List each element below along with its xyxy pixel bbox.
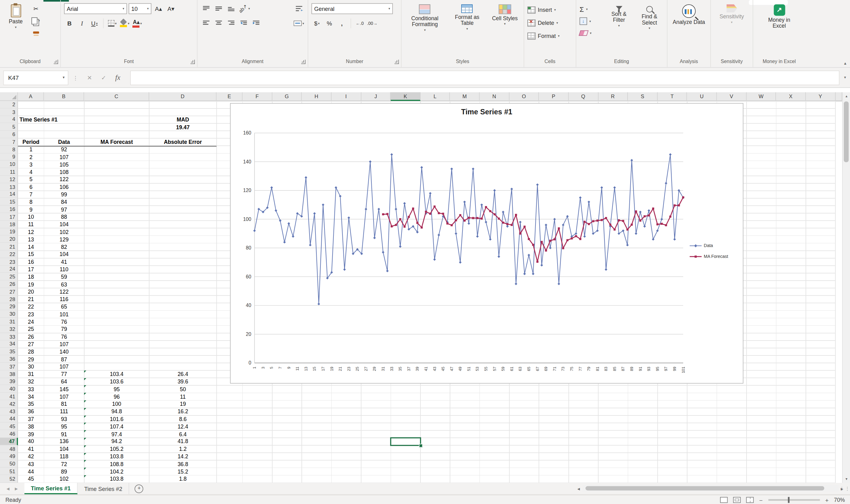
- row-header-41[interactable]: 41: [0, 393, 18, 400]
- cell[interactable]: 39.6: [149, 378, 217, 385]
- sheet-tab-2[interactable]: Time Series #2: [78, 483, 129, 494]
- cell[interactable]: 12: [18, 228, 44, 236]
- wrap-text-button[interactable]: ↩: [294, 3, 305, 14]
- cell[interactable]: 20: [18, 288, 44, 295]
- cell[interactable]: 30: [18, 363, 44, 371]
- row-header-11[interactable]: 11: [0, 168, 18, 176]
- formula-bar-grip[interactable]: ⋮: [73, 75, 78, 80]
- cancel-button[interactable]: ✕: [83, 74, 96, 81]
- row-header-25[interactable]: 25: [0, 273, 18, 281]
- decrease-decimal-button[interactable]: .00→: [367, 18, 378, 29]
- column-header-E[interactable]: E: [217, 92, 243, 101]
- underline-button[interactable]: U▾: [89, 18, 100, 29]
- increase-decimal-button[interactable]: ←.0: [354, 18, 365, 29]
- cell[interactable]: 110: [44, 266, 84, 273]
- align-top-button[interactable]: [201, 3, 212, 14]
- row-header-15[interactable]: 15: [0, 198, 18, 206]
- conditional-formatting-button[interactable]: Conditional Formatting ▾: [408, 3, 442, 58]
- scroll-right-button[interactable]: ▶: [840, 486, 845, 490]
- cell[interactable]: 99: [44, 191, 84, 198]
- increase-indent-button[interactable]: [251, 18, 262, 29]
- cell-table-header[interactable]: Period: [18, 138, 44, 146]
- cell-mad-value[interactable]: 19.47: [149, 123, 217, 131]
- cell[interactable]: 39: [18, 430, 44, 438]
- cell[interactable]: 35: [18, 400, 44, 408]
- increase-font-size-button[interactable]: A▴: [153, 3, 164, 14]
- cell[interactable]: 64: [44, 378, 84, 385]
- page-layout-view-button[interactable]: [733, 497, 741, 503]
- cell[interactable]: 92: [44, 146, 84, 153]
- delete-cells-button[interactable]: Delete ▾: [527, 16, 573, 29]
- row-header-30[interactable]: 30: [0, 310, 18, 318]
- scroll-up-button[interactable]: ▲: [843, 92, 850, 100]
- cell[interactable]: 116: [44, 295, 84, 303]
- cell[interactable]: 22: [18, 303, 44, 310]
- accounting-format-button[interactable]: $▾: [311, 18, 322, 29]
- cell[interactable]: 1.8: [149, 475, 217, 483]
- paste-button[interactable]: Paste ▾: [3, 3, 28, 58]
- cell[interactable]: 4: [18, 168, 44, 176]
- cell[interactable]: 9: [18, 206, 44, 213]
- font-name-combo[interactable]: Arial ▾: [64, 3, 127, 14]
- row-header-51[interactable]: 51: [0, 468, 18, 475]
- cell[interactable]: 38: [18, 423, 44, 430]
- cell[interactable]: 36.8: [149, 460, 217, 468]
- fill-handle[interactable]: [419, 444, 423, 447]
- row-header-8[interactable]: 8: [0, 146, 18, 153]
- worksheet-grid[interactable]: ABCDEFGHIJKLMNOPQRSTUVWXY234567891011121…: [0, 92, 842, 483]
- cell[interactable]: 107: [44, 341, 84, 348]
- column-header-H[interactable]: H: [302, 92, 331, 101]
- cell[interactable]: 103.8: [84, 475, 149, 483]
- decrease-font-size-button[interactable]: A▾: [166, 3, 177, 14]
- row-header-34[interactable]: 34: [0, 341, 18, 348]
- cell[interactable]: 145: [44, 385, 84, 393]
- collapse-ribbon-button[interactable]: ▲: [843, 61, 847, 65]
- analyze-data-button[interactable]: Analyze Data: [671, 3, 707, 58]
- row-header-50[interactable]: 50: [0, 460, 18, 468]
- cell[interactable]: 103.4: [84, 371, 149, 378]
- name-box[interactable]: K47 ▾: [3, 70, 68, 85]
- cell[interactable]: 122: [44, 176, 84, 183]
- zoom-slider[interactable]: [768, 499, 820, 501]
- cell[interactable]: 15: [18, 251, 44, 258]
- cell[interactable]: 101.6: [84, 415, 149, 423]
- orientation-button[interactable]: ab↗▾: [238, 3, 250, 14]
- cell[interactable]: 82: [44, 243, 84, 251]
- cell[interactable]: 104: [44, 251, 84, 258]
- column-header-G[interactable]: G: [272, 92, 302, 101]
- row-header-26[interactable]: 26: [0, 281, 18, 288]
- cell[interactable]: 7: [18, 191, 44, 198]
- zoom-out-button[interactable]: −: [759, 497, 763, 503]
- cell[interactable]: 32: [18, 378, 44, 385]
- format-cells-button[interactable]: Format ▾: [527, 29, 573, 42]
- row-header-16[interactable]: 16: [0, 206, 18, 213]
- cell[interactable]: 6: [18, 183, 44, 191]
- row-header-45[interactable]: 45: [0, 423, 18, 430]
- normal-view-button[interactable]: [720, 497, 727, 503]
- comma-format-button[interactable]: ,: [337, 18, 347, 29]
- clear-button[interactable]: ▾: [580, 27, 603, 39]
- data-series-line[interactable]: [253, 153, 685, 305]
- cell[interactable]: 107: [44, 153, 84, 161]
- cell[interactable]: 33: [18, 385, 44, 393]
- row-header-49[interactable]: 49: [0, 453, 18, 460]
- cell[interactable]: 100: [84, 400, 149, 408]
- cell[interactable]: 89: [44, 468, 84, 475]
- cell[interactable]: 76: [44, 318, 84, 325]
- cell[interactable]: 81: [44, 400, 84, 408]
- row-header-42[interactable]: 42: [0, 400, 18, 408]
- row-header-6[interactable]: 6: [0, 131, 18, 138]
- row-header-43[interactable]: 43: [0, 408, 18, 415]
- sheet-tab-1[interactable]: Time Series #1: [24, 483, 78, 494]
- sheet-nav-right-button[interactable]: ▶: [15, 486, 18, 491]
- borders-button[interactable]: ▾: [107, 18, 118, 29]
- row-header-47[interactable]: 47: [0, 438, 18, 445]
- column-header-P[interactable]: P: [539, 92, 568, 101]
- align-middle-button[interactable]: [213, 3, 224, 14]
- scroll-down-button[interactable]: ▼: [843, 475, 850, 483]
- vertical-scrollbar[interactable]: ▲ ▼: [842, 92, 850, 483]
- row-header-44[interactable]: 44: [0, 415, 18, 423]
- row-header-33[interactable]: 33: [0, 333, 18, 341]
- column-header-S[interactable]: S: [628, 92, 657, 101]
- cell[interactable]: 19: [18, 281, 44, 288]
